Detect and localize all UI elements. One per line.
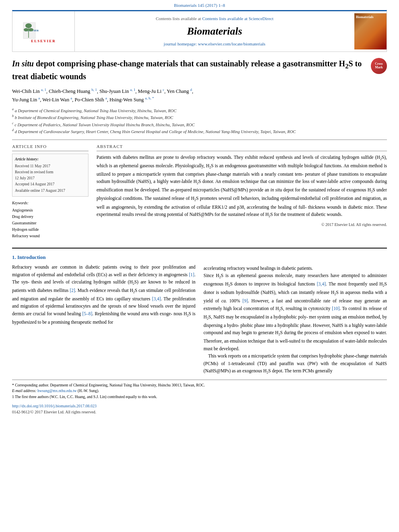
corresponding-note: * Corresponding author. Department of Ch… xyxy=(12,382,387,388)
elsevier-logo-area: ELSEVIER ELSEVIER xyxy=(12,11,75,51)
intro-left-col: 1. Introduction Refractory wounds are co… xyxy=(12,253,195,376)
footnote1-text: 1 The first three authors (W.C. Lin, C.C… xyxy=(12,394,387,400)
affiliations: a a Department of Chemical Engineering, … xyxy=(12,107,387,135)
sciencedirect-line: Contents lists available at Contents lis… xyxy=(156,15,274,22)
homepage-url[interactable]: www.elsevier.com/locate/biomaterials xyxy=(198,41,265,46)
svg-point-3 xyxy=(25,23,32,28)
intro-right-col: accelerating refractory wound healings i… xyxy=(204,253,387,376)
keywords-section: Keywords: Angiogenesis Drug delivery Gas… xyxy=(12,200,88,240)
homepage-line: journal homepage: www.elsevier.com/locat… xyxy=(164,41,265,47)
doi-section: http://dx.doi.org/10.1016/j.biomaterials… xyxy=(12,403,387,415)
introduction-section: 1. Introduction Refractory wounds are co… xyxy=(12,248,387,376)
title-main: depot comprising phase-change materials … xyxy=(12,59,362,81)
abstract-body: Patients with diabetes mellitus are pron… xyxy=(97,154,387,219)
sciencedirect-link[interactable]: Contents lists available at ScienceDirec… xyxy=(202,16,274,21)
keyword-hydrogen-sulfide: Hydrogen sulfide xyxy=(12,226,88,233)
email-link[interactable]: hwsung@mx.nthu.edu.tw xyxy=(37,389,77,393)
issn-text: 0142-9612/© 2017 Elsevier Ltd. All right… xyxy=(12,409,387,415)
received-date: Received 11 May 2017 xyxy=(15,163,86,169)
history-label: Article history: xyxy=(15,156,86,162)
citation-text: Biomaterials 145 (2017) 1–8 xyxy=(174,3,225,8)
elsevier-wordmark: ELSEVIER xyxy=(31,39,56,44)
crossmark-badge[interactable]: CrossMark xyxy=(371,58,387,74)
online-date: Available online 17 August 2017 xyxy=(15,188,86,194)
abstract-col: ABSTRACT Patients with diabetes mellitus… xyxy=(97,143,387,239)
authors-line: Wei-Chih Lin a, 1, Chieh-Cheng Huang b, … xyxy=(12,87,387,104)
doi-link[interactable]: http://dx.doi.org/10.1016/j.biomaterials… xyxy=(12,403,387,409)
intro-right-text: accelerating refractory wound healings i… xyxy=(204,265,387,376)
journal-header: ELSEVIER ELSEVIER Contents lists availab… xyxy=(12,10,387,52)
keyword-gasotransmitter: Gasotransmitter xyxy=(12,220,88,226)
article-info-col: ARTICLE INFO Article history: Received 1… xyxy=(12,143,88,239)
article-content: In situ depot comprising phase-change ma… xyxy=(12,52,387,419)
abstract-label: ABSTRACT xyxy=(97,143,387,151)
keyword-drug-delivery: Drug delivery xyxy=(12,214,88,220)
email-note: E-mail address: hwsung@mx.nthu.edu.tw (H… xyxy=(12,388,387,394)
svg-point-5 xyxy=(29,28,33,31)
intro-left-text: Refractory wounds are common in diabetic… xyxy=(12,263,195,326)
journal-title: Biomaterials xyxy=(187,23,242,39)
title-italic: In situ xyxy=(12,59,34,68)
elsevier-logo-svg: ELSEVIER xyxy=(21,18,66,41)
svg-point-4 xyxy=(24,28,29,31)
journal-cover-image: Biomaterials xyxy=(354,11,387,51)
article-info-label: ARTICLE INFO xyxy=(12,143,88,151)
top-citation-bar: Biomaterials 145 (2017) 1–8 xyxy=(0,0,399,10)
journal-header-center: Contents lists available at Contents lis… xyxy=(75,11,354,51)
accepted-date: Accepted 14 August 2017 xyxy=(15,181,86,187)
keywords-label: Keywords: xyxy=(12,200,88,206)
keyword-angiogenesis: Angiogenesis xyxy=(12,207,88,214)
keyword-refractory-wound: Refractory wound xyxy=(12,233,88,239)
footnotes: * Corresponding author. Department of Ch… xyxy=(12,380,387,400)
revised-date: Received in revised form12 July 2017 xyxy=(15,169,86,181)
intro-columns: 1. Introduction Refractory wounds are co… xyxy=(12,253,387,376)
article-history-box: Article history: Received 11 May 2017 Re… xyxy=(12,154,88,197)
copyright-text: © 2017 Elsevier Ltd. All rights reserved… xyxy=(97,222,387,228)
cover-thumbnail: Biomaterials xyxy=(354,13,387,49)
info-abstract-columns: ARTICLE INFO Article history: Received 1… xyxy=(12,143,387,239)
article-title: In situ depot comprising phase-change ma… xyxy=(12,58,387,82)
header-divider xyxy=(12,140,387,140)
section-number: 1. Introduction xyxy=(12,253,195,261)
